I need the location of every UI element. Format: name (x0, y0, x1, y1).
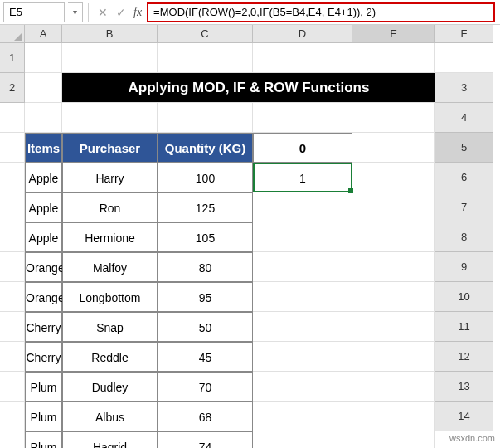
cell[interactable] (0, 222, 25, 252)
cell[interactable] (352, 431, 435, 448)
table-cell[interactable]: Hagrid (62, 431, 158, 448)
cancel-button[interactable]: ✕ (95, 5, 110, 20)
table-cell[interactable]: Cherry (25, 312, 62, 342)
cell-E4[interactable]: 0 (253, 133, 352, 163)
cell[interactable] (352, 282, 435, 312)
row-header-9[interactable]: 9 (435, 252, 493, 282)
col-header-C[interactable]: C (158, 25, 253, 43)
cell[interactable] (352, 192, 435, 222)
col-header-A[interactable]: A (25, 25, 62, 43)
table-cell[interactable]: Apple (25, 222, 62, 252)
fx-label[interactable]: fx (133, 6, 142, 19)
cell[interactable] (435, 43, 493, 73)
cell[interactable] (352, 372, 435, 402)
cell[interactable] (0, 133, 25, 163)
cell[interactable] (25, 43, 62, 73)
table-cell[interactable]: Plum (25, 402, 62, 431)
table-cell[interactable]: Plum (25, 431, 62, 448)
row-header-10[interactable]: 10 (435, 282, 493, 312)
row-header-5[interactable]: 5 (435, 133, 493, 163)
enter-button[interactable]: ✓ (114, 5, 129, 20)
cell[interactable] (352, 133, 435, 163)
table-cell[interactable]: Apple (25, 163, 62, 192)
table-cell[interactable]: Orange (25, 252, 62, 282)
table-cell[interactable]: Dudley (62, 372, 158, 402)
cell[interactable] (158, 103, 253, 133)
cell[interactable] (352, 163, 435, 192)
cell[interactable] (0, 312, 25, 342)
table-cell[interactable]: 105 (158, 222, 253, 252)
table-cell[interactable]: Malfoy (62, 252, 158, 282)
cell[interactable] (253, 431, 352, 448)
cell[interactable] (0, 192, 25, 222)
cell[interactable] (0, 163, 25, 192)
cell[interactable] (253, 282, 352, 312)
cell[interactable] (0, 252, 25, 282)
row-header-14[interactable]: 14 (435, 402, 493, 431)
row-header-8[interactable]: 8 (435, 222, 493, 252)
table-cell[interactable]: 74 (158, 431, 253, 448)
cell[interactable] (352, 342, 435, 372)
cell[interactable] (0, 282, 25, 312)
name-box-dropdown[interactable]: ▾ (68, 2, 83, 22)
cell[interactable] (62, 103, 158, 133)
cell-E5-active[interactable]: 1 (253, 163, 352, 192)
table-cell[interactable]: Albus (62, 402, 158, 431)
cell[interactable] (253, 342, 352, 372)
cell[interactable] (253, 103, 352, 133)
cell[interactable] (253, 312, 352, 342)
name-box[interactable]: E5 (3, 2, 65, 22)
table-cell[interactable]: 80 (158, 252, 253, 282)
table-cell[interactable]: 50 (158, 312, 253, 342)
table-header-items[interactable]: Items (25, 133, 62, 163)
cell[interactable] (352, 222, 435, 252)
row-header-4[interactable]: 4 (435, 103, 493, 133)
cell[interactable] (0, 342, 25, 372)
table-cell[interactable]: Apple (25, 192, 62, 222)
table-cell[interactable]: Snap (62, 312, 158, 342)
cell[interactable] (253, 372, 352, 402)
cell[interactable] (253, 43, 352, 73)
cell[interactable] (0, 402, 25, 431)
table-cell[interactable]: 100 (158, 163, 253, 192)
table-cell[interactable]: 45 (158, 342, 253, 372)
table-cell[interactable]: Longbottom (62, 282, 158, 312)
table-cell[interactable]: Reddle (62, 342, 158, 372)
cell[interactable] (352, 312, 435, 342)
row-header-13[interactable]: 13 (435, 372, 493, 402)
row-header-11[interactable]: 11 (435, 312, 493, 342)
cell[interactable] (253, 192, 352, 222)
formula-input[interactable]: =MOD(IF(ROW()=2,0,IF(B5=B4,E4, E4+1)), 2… (147, 2, 495, 22)
cell[interactable] (352, 252, 435, 282)
cell[interactable] (25, 73, 62, 103)
cell[interactable] (253, 402, 352, 431)
table-cell[interactable]: Ron (62, 192, 158, 222)
cell[interactable] (0, 372, 25, 402)
table-cell[interactable]: Hermione (62, 222, 158, 252)
col-header-E[interactable]: E (352, 25, 435, 43)
row-header-12[interactable]: 12 (435, 342, 493, 372)
cell[interactable] (253, 252, 352, 282)
row-header-6[interactable]: 6 (435, 163, 493, 192)
col-header-B[interactable]: B (62, 25, 158, 43)
table-header-purchaser[interactable]: Purchaser (62, 133, 158, 163)
table-cell[interactable]: 70 (158, 372, 253, 402)
cell[interactable] (253, 222, 352, 252)
row-header-3[interactable]: 3 (435, 73, 493, 103)
cell[interactable] (352, 103, 435, 133)
col-header-F[interactable]: F (435, 25, 493, 43)
cell[interactable] (25, 103, 62, 133)
table-cell[interactable]: Harry (62, 163, 158, 192)
table-header-quantity[interactable]: Quantity (KG) (158, 133, 253, 163)
table-cell[interactable]: 125 (158, 192, 253, 222)
row-header-7[interactable]: 7 (435, 192, 493, 222)
table-cell[interactable]: 95 (158, 282, 253, 312)
cell[interactable] (0, 103, 25, 133)
cell[interactable] (352, 43, 435, 73)
select-all-corner[interactable] (0, 25, 25, 43)
table-cell[interactable]: 68 (158, 402, 253, 431)
row-header-1[interactable]: 1 (0, 43, 25, 73)
row-header-2[interactable]: 2 (0, 73, 25, 103)
cell[interactable] (158, 43, 253, 73)
table-cell[interactable]: Cherry (25, 342, 62, 372)
